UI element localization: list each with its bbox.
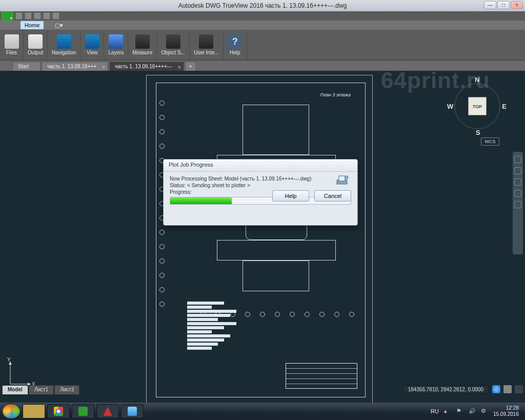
tab-doc-1-label: часть 1. 13.09.16+++ <box>47 64 96 69</box>
help-button[interactable]: Help <box>272 190 309 202</box>
ribbon-view[interactable]: View <box>80 30 104 60</box>
quick-access-toolbar <box>0 11 525 21</box>
taskbar-chrome[interactable] <box>47 404 70 418</box>
qat-print-icon[interactable] <box>34 12 41 19</box>
close-window-button[interactable]: × <box>511 1 523 9</box>
tab-doc-1[interactable]: часть 1. 13.09.16+++× <box>42 62 108 71</box>
qat-redo-icon[interactable] <box>52 12 59 19</box>
tray-up-icon[interactable]: ▴ <box>444 408 451 415</box>
window-title: Autodesk DWG TrueView 2016 часть 1. 13.0… <box>178 2 347 9</box>
photo-icon <box>128 407 137 416</box>
ribbon-layers-label: Layers <box>108 50 124 55</box>
status-globe-icon[interactable] <box>492 385 500 393</box>
taskbar: RU ▴ ⚑ 🔊 ⚙ 12:28 15.09.2016 <box>0 403 525 420</box>
compass-icon <box>57 34 71 49</box>
ribbon-objsnap-label: Object S... <box>161 50 185 55</box>
ribbon-navigation[interactable]: Navigation <box>48 30 80 60</box>
ribbon-navigation-label: Navigation <box>52 50 76 55</box>
svg-rect-7 <box>339 176 345 181</box>
snap-icon <box>166 34 180 49</box>
taskbar-explorer[interactable] <box>23 404 45 418</box>
layout-tabs: Model Лист1 Лист2 <box>2 385 80 394</box>
paper-sheet: План 3 этажа <box>146 75 373 405</box>
ribbon-userint-label: User Inte... <box>194 50 219 55</box>
status-menu-icon[interactable] <box>515 385 523 393</box>
app-logo-icon[interactable] <box>1 11 13 21</box>
minimize-button[interactable]: — <box>484 1 496 9</box>
cancel-button[interactable]: Cancel <box>314 190 351 202</box>
tab-doc-2-label: часть 1. 13.09.16++++--- <box>115 64 172 69</box>
ribbon-files-label: Files <box>6 50 17 55</box>
taskbar-photo-viewer[interactable] <box>121 404 144 418</box>
nav-showmotion-icon[interactable] <box>514 201 521 208</box>
ucs-icon: X Y <box>6 357 37 388</box>
wcs-badge[interactable]: WCS <box>481 137 499 146</box>
tab-start[interactable]: Start <box>12 62 41 71</box>
layout-tab-model[interactable]: Model <box>2 385 28 394</box>
ribbon-view-label: View <box>87 50 98 55</box>
qat-save-icon[interactable] <box>25 12 32 19</box>
menu-home[interactable]: Home <box>21 21 44 29</box>
status-tool-icon[interactable] <box>503 385 512 393</box>
ruler-icon <box>135 34 150 49</box>
progress-fill <box>170 197 232 204</box>
tray-flag-icon[interactable]: ⚑ <box>456 408 463 415</box>
ribbon-measure[interactable]: Measure <box>128 30 157 60</box>
autocad-icon <box>103 407 112 416</box>
globe-icon <box>85 34 99 49</box>
ribbon-object-snap[interactable]: Object S... <box>157 30 190 60</box>
language-indicator[interactable]: RU <box>431 408 439 414</box>
nav-zoom-icon[interactable] <box>514 178 521 186</box>
ribbon: Files Output Navigation View Layers Meas… <box>0 30 525 61</box>
drawing-canvas[interactable]: 64print.ru TOP N S E W WCS План 3 этажа <box>0 71 525 403</box>
plan-title: План 3 этажа <box>320 92 351 97</box>
ribbon-layers[interactable]: Layers <box>104 30 128 60</box>
nav-orbit-icon[interactable] <box>514 190 521 197</box>
taskbar-autocad[interactable] <box>96 404 119 418</box>
qat-undo-icon[interactable] <box>43 12 50 19</box>
viewcube-n[interactable]: N <box>475 76 479 84</box>
maximize-button[interactable]: □ <box>497 1 510 9</box>
nav-wheel-icon[interactable] <box>514 156 521 163</box>
status-bar: 184356.7810, 2842.2612, 0.0000 <box>402 384 523 394</box>
printer-icon <box>28 34 43 49</box>
layout-tab-sheet1[interactable]: Лист1 <box>29 385 54 394</box>
taskbar-clock[interactable]: 12:28 15.09.2016 <box>493 405 519 417</box>
plotter-icon <box>335 173 349 187</box>
sheet-border: План 3 этажа <box>156 83 366 397</box>
nav-pan-icon[interactable] <box>514 167 521 174</box>
system-tray: RU ▴ ⚑ 🔊 ⚙ 12:28 15.09.2016 <box>431 405 523 417</box>
tray-volume-icon[interactable]: 🔊 <box>469 408 476 415</box>
dialog-status-text: Status: < Sending sheet to plotter > <box>170 183 351 188</box>
ribbon-help-label: Help <box>230 50 240 55</box>
legend-block <box>187 301 249 357</box>
ribbon-output[interactable]: Output <box>24 30 48 60</box>
layers-icon <box>109 34 123 49</box>
menu-extra[interactable]: ▢▾ <box>51 21 67 30</box>
taskbar-dwg-app[interactable] <box>72 404 94 418</box>
dialog-title: Plot Job Progress <box>164 159 357 172</box>
dwg-icon <box>78 407 88 416</box>
ui-icon <box>199 34 213 49</box>
start-button[interactable] <box>2 404 21 419</box>
tab-start-label: Start <box>18 64 29 69</box>
viewcube-w[interactable]: W <box>447 103 453 110</box>
viewcube-top-face[interactable]: TOP <box>468 97 487 115</box>
layout-tab-sheet2[interactable]: Лист2 <box>54 385 79 394</box>
view-cube[interactable]: TOP N S E W <box>449 78 506 134</box>
title-block <box>286 363 357 389</box>
tab-add[interactable]: + <box>185 62 196 71</box>
ribbon-help[interactable]: ?Help <box>224 30 247 60</box>
ribbon-user-interface[interactable]: User Inte... <box>190 30 224 60</box>
tray-network-icon[interactable]: ⚙ <box>481 408 488 415</box>
viewcube-e[interactable]: E <box>502 103 507 110</box>
ribbon-output-label: Output <box>28 50 43 55</box>
plot-progress-dialog: Plot Job Progress Now Processing Sheet: … <box>163 159 358 226</box>
tab-doc-2[interactable]: часть 1. 13.09.16++++---× <box>109 62 184 71</box>
qat-open-icon[interactable] <box>15 12 23 19</box>
viewcube-s[interactable]: S <box>476 129 480 136</box>
ribbon-files[interactable]: Files <box>0 30 24 60</box>
files-icon <box>5 34 19 49</box>
svg-point-8 <box>345 176 348 179</box>
coordinates-readout: 184356.7810, 2842.2612, 0.0000 <box>402 385 489 394</box>
